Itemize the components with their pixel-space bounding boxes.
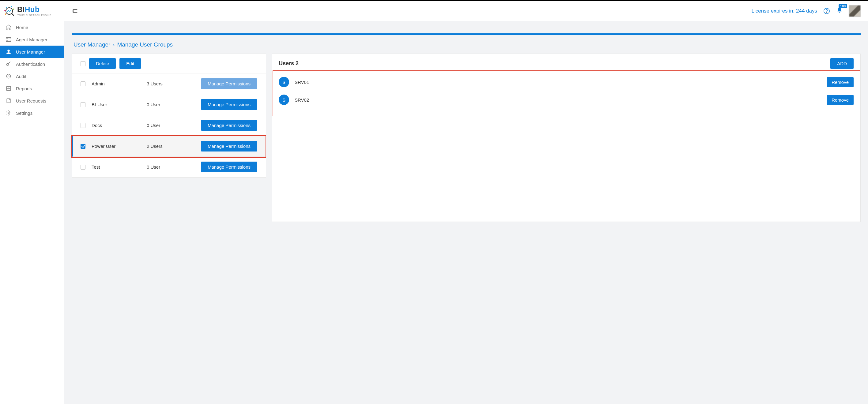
home-icon [5, 24, 12, 30]
breadcrumb-root[interactable]: User Manager [73, 41, 110, 48]
group-user-count: 0 User [147, 102, 174, 107]
group-checkbox[interactable] [81, 165, 86, 170]
sidebar-item-user-requests[interactable]: User Requests [0, 95, 64, 107]
manage-permissions-button[interactable]: Manage Permissions [201, 141, 257, 152]
user-name: SRV01 [294, 79, 821, 85]
user-avatar-initial: S [279, 77, 289, 87]
accent-bar [72, 33, 861, 35]
group-checkbox[interactable] [81, 123, 86, 128]
group-name: Admin [92, 81, 141, 86]
group-row[interactable]: Test0 UserManage Permissions [72, 157, 266, 177]
sidebar-nav: Home Agent Manager User Manager Authenti… [0, 21, 64, 119]
group-name: Test [92, 164, 141, 170]
sidebar-item-user-manager[interactable]: User Manager [0, 45, 64, 58]
content: User Manager › Manage User Groups Delete… [64, 21, 868, 404]
remove-user-button[interactable]: Remove [827, 77, 854, 87]
reports-icon [5, 86, 12, 92]
breadcrumb-leaf: Manage User Groups [117, 41, 173, 48]
group-row[interactable]: Admin3 UsersManage Permissions [72, 73, 266, 94]
users-panel-title: Users 2 [279, 60, 299, 67]
svg-point-6 [4, 10, 5, 11]
user-avatar-initial: S [279, 95, 289, 105]
svg-point-12 [6, 63, 8, 66]
key-icon [5, 61, 12, 67]
group-name: BI-User [92, 102, 141, 107]
audit-icon [5, 73, 12, 79]
user-icon [5, 49, 12, 55]
svg-point-2 [6, 7, 7, 8]
users-panel: Users 2 ADD SSRV01RemoveSSRV02Remove [272, 54, 861, 222]
manage-permissions-button[interactable]: Manage Permissions [201, 120, 257, 131]
svg-point-11 [8, 49, 10, 52]
svg-point-4 [13, 8, 14, 10]
brand-logo: BIHub YOUR BI SEARCH ENGINE [0, 1, 64, 21]
sidebar-item-label: Authentication [16, 62, 45, 67]
sidebar-item-authentication[interactable]: Authentication [0, 58, 64, 70]
help-icon [823, 8, 830, 14]
manage-permissions-button[interactable]: Manage Permissions [201, 99, 257, 110]
group-row[interactable]: Power User2 UsersManage Permissions [72, 136, 266, 157]
svg-point-18 [826, 12, 827, 12]
svg-point-3 [11, 6, 12, 7]
sidebar-item-label: User Manager [16, 49, 45, 55]
svg-point-5 [5, 13, 6, 15]
topbar: License expires in: 244 days 100 [64, 1, 868, 21]
group-name: Docs [92, 123, 141, 128]
svg-point-10 [7, 40, 8, 41]
notifications-badge: 100 [839, 4, 847, 8]
group-row[interactable]: Docs0 UserManage Permissions [72, 115, 266, 136]
brand-hub: Hub [25, 5, 39, 13]
user-list: SSRV01RemoveSSRV02Remove [272, 73, 860, 113]
requests-icon [5, 98, 12, 104]
remove-user-button[interactable]: Remove [827, 95, 854, 105]
sidebar-item-settings[interactable]: Settings [0, 107, 64, 119]
gear-icon [5, 110, 12, 116]
groups-panel: Delete Edit Admin3 UsersManage Permissio… [72, 54, 266, 178]
delete-button[interactable]: Delete [89, 58, 116, 69]
edit-button[interactable]: Edit [119, 58, 141, 69]
server-icon [5, 36, 12, 42]
sidebar-item-label: User Requests [16, 98, 46, 103]
sidebar-item-audit[interactable]: Audit [0, 70, 64, 82]
group-user-count: 0 User [147, 164, 174, 170]
user-row: SSRV02Remove [272, 91, 860, 109]
user-name: SRV02 [294, 97, 821, 103]
logo-icon [3, 5, 15, 18]
license-expiry: License expires in: 244 days [751, 8, 817, 14]
group-checkbox[interactable] [81, 102, 86, 107]
chevron-right-icon: › [113, 42, 115, 48]
menu-toggle-icon[interactable] [72, 8, 79, 14]
user-row: SSRV01Remove [272, 73, 860, 91]
user-avatar[interactable] [849, 5, 861, 17]
users-panel-header: Users 2 ADD [272, 54, 860, 73]
select-all-checkbox[interactable] [81, 61, 86, 66]
sidebar-item-label: Settings [16, 110, 32, 116]
sidebar-item-reports[interactable]: Reports [0, 82, 64, 95]
group-row[interactable]: BI-User0 UserManage Permissions [72, 94, 266, 115]
breadcrumb: User Manager › Manage User Groups [73, 41, 861, 48]
sidebar-item-home[interactable]: Home [0, 21, 64, 33]
add-user-button[interactable]: ADD [830, 58, 854, 69]
sidebar-item-label: Reports [16, 86, 32, 91]
help-button[interactable] [823, 8, 830, 14]
svg-point-16 [8, 112, 9, 114]
group-user-count: 2 Users [147, 143, 174, 149]
group-user-count: 0 User [147, 123, 174, 128]
sidebar-item-label: Audit [16, 74, 26, 79]
notifications-button[interactable]: 100 [836, 7, 843, 15]
sidebar: BIHub YOUR BI SEARCH ENGINE Home Agent M… [0, 1, 64, 404]
group-user-count: 3 Users [147, 81, 174, 86]
group-checkbox[interactable] [81, 144, 86, 149]
svg-line-1 [12, 13, 14, 15]
svg-point-13 [6, 74, 10, 78]
svg-point-9 [7, 38, 8, 39]
manage-permissions-button[interactable]: Manage Permissions [201, 78, 257, 89]
manage-permissions-button[interactable]: Manage Permissions [201, 162, 257, 172]
brand-tagline: YOUR BI SEARCH ENGINE [17, 14, 52, 16]
sidebar-item-label: Agent Manager [16, 37, 48, 42]
sidebar-item-agent-manager[interactable]: Agent Manager [0, 33, 64, 45]
group-name: Power User [92, 143, 141, 149]
sidebar-item-label: Home [16, 25, 28, 30]
groups-panel-header: Delete Edit [72, 54, 266, 73]
group-checkbox[interactable] [81, 81, 86, 86]
